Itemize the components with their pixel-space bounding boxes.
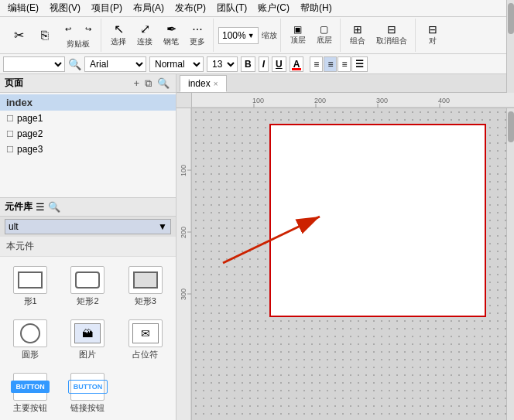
ungroup-button[interactable]: ⊟ 取消组合 — [372, 20, 412, 51]
comp-menu-icon[interactable]: ☰ — [36, 201, 45, 213]
image-icon — [70, 319, 105, 347]
more-button[interactable]: ··· 更多 — [185, 20, 210, 51]
circle-icon — [13, 319, 47, 347]
pages-panel-header: 页面 + ⧉ 🔍 — [0, 74, 176, 93]
comp-label-rect2: 矩形2 — [77, 295, 98, 307]
underline-button[interactable]: U — [272, 56, 286, 72]
rect3-icon — [128, 266, 163, 294]
comp-item-circle[interactable]: 圆形 — [3, 313, 57, 364]
bottom-layer-button[interactable]: ▢ 底层 — [312, 20, 337, 51]
comp-item-btn-link[interactable]: BUTTON 链接按钮 — [60, 367, 115, 417]
comp-search-icon[interactable]: 🔍 — [48, 201, 60, 213]
italic-button[interactable]: I — [259, 56, 269, 72]
group-button[interactable]: ⊞ 组合 — [345, 20, 370, 51]
btn-link-shape: BUTTON — [68, 380, 108, 394]
bottom-layer-label: 底层 — [317, 35, 332, 46]
rect3-shape — [133, 271, 158, 289]
cut-button[interactable]: ✂ — [6, 20, 31, 51]
zoom-control[interactable]: 100% ▼ — [218, 27, 259, 44]
align-justify-button[interactable]: ☰ — [351, 56, 368, 72]
comp-label-circle: 圆形 — [22, 349, 39, 360]
color-button[interactable]: A — [290, 56, 304, 72]
zoom-value: 100% — [222, 30, 246, 41]
search-page-button[interactable]: 🔍 — [156, 77, 171, 90]
connect-button[interactable]: ⤢ 连接 — [132, 20, 157, 51]
menu-project[interactable]: 项目(P) — [87, 0, 127, 16]
comp-category-dropdown[interactable]: ult ▼ — [5, 219, 171, 234]
duplicate-page-button[interactable]: ⧉ — [143, 77, 153, 90]
align-icon: ⊟ — [428, 24, 437, 35]
page-frame — [269, 124, 486, 317]
undo-button[interactable]: ↩ — [59, 22, 77, 37]
font-size-dropdown[interactable]: 13 — [207, 56, 238, 72]
font-style-dropdown[interactable]: Normal — [149, 56, 204, 72]
canvas-content: 100 200 300 400 100 200 — [176, 93, 514, 420]
more-icon: ··· — [192, 23, 202, 36]
page-item-page1[interactable]: ☐ page1 — [0, 111, 176, 126]
ungroup-label: 取消组合 — [376, 36, 407, 46]
page-item-page3[interactable]: ☐ page3 — [0, 142, 176, 157]
ruler-v-svg: 100 200 300 — [176, 108, 192, 420]
canvas-scrollbar[interactable] — [506, 108, 514, 420]
align-left-button[interactable]: ≡ — [310, 56, 323, 72]
align-button[interactable]: ⊟ 对 — [420, 20, 445, 51]
svg-text:200: 200 — [180, 227, 187, 238]
menu-account[interactable]: 账户(C) — [253, 0, 294, 16]
menu-team[interactable]: 团队(T) — [212, 0, 252, 16]
page-label-page2: page2 — [17, 128, 43, 139]
comp-item-placeholder[interactable]: ✉ 占位符 — [118, 313, 173, 364]
btn-primary-icon: BUTTON — [13, 373, 47, 401]
tab-close-icon[interactable]: × — [214, 80, 218, 88]
pen-button[interactable]: ✒ 钢笔 — [159, 20, 183, 51]
style-dropdown[interactable] — [3, 56, 65, 72]
comp-item-image[interactable]: 图片 — [60, 313, 115, 364]
left-panel: 页面 + ⧉ 🔍 index ☐ page1 ☐ — [0, 74, 176, 420]
page-item-index[interactable]: index — [0, 94, 176, 111]
comp-item-rect1[interactable]: 形1 — [3, 260, 57, 310]
ruler-horizontal: 100 200 300 400 — [192, 93, 514, 108]
menu-edit[interactable]: 编辑(E) — [3, 0, 43, 16]
menu-layout[interactable]: 布局(A) — [128, 0, 169, 16]
placeholder-icon-container: ✉ — [128, 319, 163, 347]
svg-text:100: 100 — [180, 165, 187, 176]
copy-button[interactable]: ⎘ — [33, 20, 57, 51]
placeholder-shape: ✉ — [132, 323, 159, 343]
ruler-vertical: 100 200 300 — [176, 108, 192, 420]
tab-bar: index × — [176, 74, 514, 93]
align-center-button[interactable]: ≡ — [324, 56, 337, 72]
main-toolbar: ✂ ⎘ ↩ ↪ 剪贴板 ↖ 选择 ⤢ 连接 ✒ 钢 — [0, 17, 514, 54]
page-item-page2[interactable]: ☐ page2 — [0, 126, 176, 142]
comp-item-rect2[interactable]: 矩形2 — [60, 260, 115, 310]
menu-publish[interactable]: 发布(P) — [170, 0, 211, 16]
top-layer-button[interactable]: ▣ 顶层 — [286, 20, 310, 51]
tab-index[interactable]: index × — [180, 75, 227, 92]
add-page-button[interactable]: + — [132, 77, 141, 90]
font-dropdown[interactable]: Arial — [84, 56, 146, 72]
select-button[interactable]: ↖ 选择 — [106, 20, 131, 51]
menu-help[interactable]: 帮助(H) — [296, 0, 337, 16]
bold-button[interactable]: B — [241, 56, 255, 72]
comp-panel-header: 元件库 ☰ 🔍 — [0, 198, 176, 217]
zoom-label: 缩放 — [262, 30, 277, 41]
menu-view[interactable]: 视图(V) — [45, 0, 85, 16]
clipboard-label: 剪贴板 — [67, 39, 90, 50]
comp-dropdown-chevron: ▼ — [158, 221, 167, 232]
canvas-workspace[interactable] — [192, 108, 514, 420]
page-label-page1: page1 — [17, 113, 43, 124]
svg-text:300: 300 — [180, 289, 187, 300]
page-icon-index: index — [6, 97, 33, 108]
comp-item-btn-primary[interactable]: BUTTON 主要按钮 — [3, 367, 57, 417]
style-search-icon[interactable]: 🔍 — [68, 58, 81, 70]
main-layout: 页面 + ⧉ 🔍 index ☐ page1 ☐ — [0, 74, 514, 420]
comp-item-rect3[interactable]: 矩形3 — [118, 260, 173, 310]
menu-bar: 编辑(E) 视图(V) 项目(P) 布局(A) 发布(P) 团队(T) 账户(C… — [0, 0, 514, 17]
align-buttons: ≡ ≡ ≡ ☰ — [310, 56, 368, 72]
comp-label-btn-primary: 主要按钮 — [13, 402, 47, 414]
pen-icon: ✒ — [166, 23, 176, 36]
redo-button[interactable]: ↪ — [79, 22, 98, 37]
zoom-dropdown-icon[interactable]: ▼ — [248, 32, 255, 39]
rect1-icon — [13, 266, 47, 294]
svg-text:100: 100 — [252, 97, 264, 104]
bottom-layer-icon: ▢ — [320, 25, 328, 34]
align-right-button[interactable]: ≡ — [338, 56, 351, 72]
